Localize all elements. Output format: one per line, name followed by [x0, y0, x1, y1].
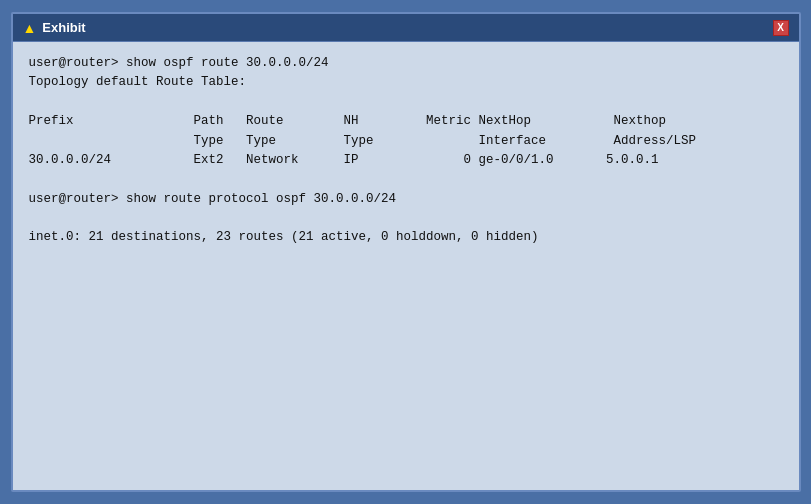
- app-icon: ▲: [23, 20, 37, 36]
- terminal-content: user@router> show ospf route 30.0.0.0/24…: [13, 42, 799, 490]
- title-bar: ▲ Exhibit X: [13, 14, 799, 42]
- terminal-output: user@router> show ospf route 30.0.0.0/24…: [29, 54, 783, 248]
- exhibit-window: ▲ Exhibit X user@router> show ospf route…: [11, 12, 801, 492]
- title-bar-left: ▲ Exhibit: [23, 20, 86, 36]
- window-title: Exhibit: [42, 20, 85, 35]
- close-button[interactable]: X: [773, 20, 789, 36]
